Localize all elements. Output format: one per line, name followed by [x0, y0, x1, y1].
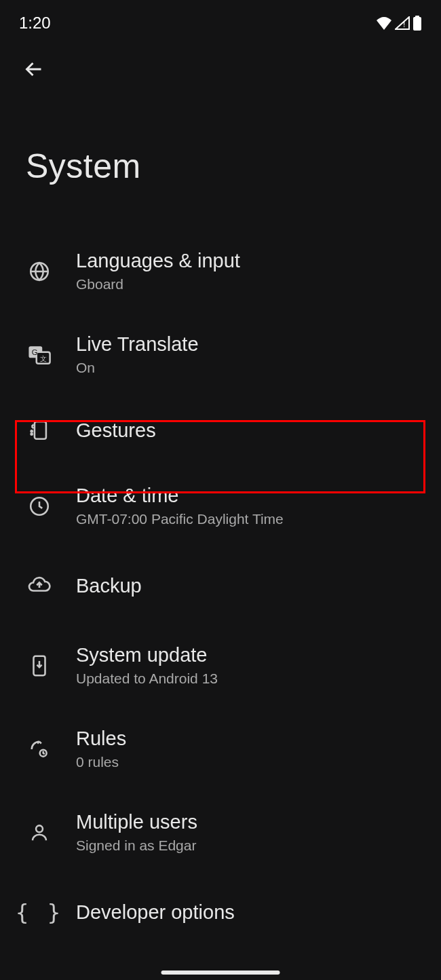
settings-item-developer-options[interactable]: { } Developer options — [0, 882, 441, 942]
svg-text:文: 文 — [40, 354, 47, 362]
translate-icon: G文 — [26, 341, 53, 369]
svg-rect-1 — [413, 17, 421, 31]
setting-label: Gestures — [76, 419, 156, 442]
setting-sub: GMT-07:00 Pacific Daylight Time — [76, 511, 284, 527]
setting-label: Rules — [76, 728, 126, 750]
system-update-icon — [26, 652, 53, 679]
setting-label: Developer options — [76, 901, 235, 924]
globe-icon — [26, 258, 53, 285]
settings-item-languages[interactable]: Languages & input Gboard — [0, 238, 441, 305]
setting-sub: Updated to Android 13 — [76, 671, 218, 687]
clock-icon — [26, 493, 53, 520]
setting-label: Backup — [76, 575, 142, 597]
battery-icon — [413, 16, 422, 31]
settings-item-rules[interactable]: Rules 0 rules — [0, 715, 441, 783]
cloud-upload-icon — [26, 572, 53, 599]
svg-point-10 — [31, 434, 33, 435]
setting-sub: Gboard — [76, 276, 240, 293]
rules-icon — [26, 736, 53, 763]
svg-rect-2 — [415, 16, 419, 18]
settings-item-live-translate[interactable]: G文 Live Translate On — [0, 321, 441, 388]
setting-sub: 0 rules — [76, 754, 126, 770]
gestures-icon — [26, 417, 53, 444]
wifi-icon — [376, 16, 392, 30]
svg-text:!: ! — [403, 20, 405, 29]
back-button[interactable] — [19, 54, 49, 84]
page-title: System — [26, 147, 441, 186]
setting-sub: On — [76, 360, 199, 376]
status-bar: 1:20 ! — [0, 0, 441, 38]
nav-handle[interactable] — [161, 970, 280, 975]
svg-text:G: G — [32, 348, 38, 356]
settings-list: Languages & input Gboard G文 Live Transla… — [0, 238, 441, 942]
settings-item-backup[interactable]: Backup — [0, 556, 441, 616]
setting-label: Live Translate — [76, 333, 199, 356]
setting-label: Multiple users — [76, 811, 197, 833]
setting-sub: Signed in as Edgar — [76, 837, 197, 854]
code-icon: { } — [26, 899, 53, 926]
settings-item-multiple-users[interactable]: Multiple users Signed in as Edgar — [0, 799, 441, 866]
svg-point-9 — [31, 430, 33, 432]
svg-rect-8 — [35, 421, 46, 439]
status-time: 1:20 — [19, 14, 51, 33]
arrow-left-icon — [22, 57, 46, 81]
status-icons: ! — [376, 16, 422, 31]
user-icon — [26, 819, 53, 846]
setting-label: Languages & input — [76, 250, 240, 272]
setting-label: System update — [76, 644, 218, 666]
setting-label: Date & time — [76, 485, 284, 507]
settings-item-date-time[interactable]: Date & time GMT-07:00 Pacific Daylight T… — [0, 472, 441, 540]
signal-icon: ! — [395, 16, 410, 30]
svg-point-14 — [36, 825, 43, 832]
settings-item-gestures[interactable]: Gestures — [0, 400, 441, 460]
settings-item-system-update[interactable]: System update Updated to Android 13 — [0, 632, 441, 699]
